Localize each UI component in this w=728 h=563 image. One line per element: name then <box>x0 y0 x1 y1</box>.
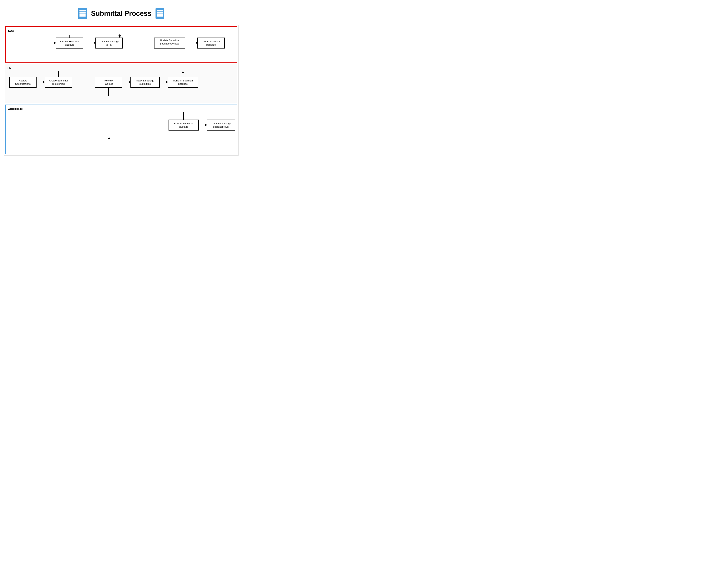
svg-text:package: package <box>206 43 216 46</box>
svg-marker-74 <box>108 137 110 139</box>
pm-lane-diagram: Review Specifications Create Submittal r… <box>8 71 235 100</box>
svg-marker-59 <box>182 71 184 73</box>
diagram-container: SUB Create Submittal package Transmit pa… <box>4 25 239 155</box>
svg-text:Create Submittal: Create Submittal <box>202 40 220 43</box>
svg-text:Transmit package: Transmit package <box>99 40 119 43</box>
page-header: Submittal Process <box>4 8 239 19</box>
svg-marker-33 <box>119 36 121 38</box>
svg-rect-25 <box>198 38 225 48</box>
svg-text:Create Submittal: Create Submittal <box>60 40 79 43</box>
architect-lane-label: ARCHITECT <box>8 107 234 110</box>
architect-lane-diagram: Review Submittal package Transmit packag… <box>8 112 235 150</box>
svg-text:package w/Notes: package w/Notes <box>160 42 179 45</box>
architect-lane: ARCHITECT Review Submittal package Trans… <box>5 104 237 154</box>
svg-rect-43 <box>95 77 122 87</box>
svg-rect-1 <box>79 10 86 11</box>
svg-marker-24 <box>196 42 198 44</box>
svg-text:Specifications: Specifications <box>15 82 31 85</box>
svg-text:Review: Review <box>104 79 113 82</box>
page-title: Submittal Process <box>91 9 151 18</box>
svg-rect-55 <box>168 77 198 87</box>
svg-text:package: package <box>65 43 74 46</box>
svg-rect-17 <box>96 38 123 48</box>
svg-text:package: package <box>179 125 188 128</box>
svg-text:Create Submittal: Create Submittal <box>49 79 68 82</box>
svg-text:submittals: submittals <box>139 82 151 85</box>
svg-marker-16 <box>94 42 96 44</box>
svg-text:register log: register log <box>52 82 65 85</box>
svg-rect-68 <box>207 120 235 130</box>
sub-lane-diagram: Create Submittal package Transmit packag… <box>8 34 235 59</box>
svg-text:Review: Review <box>19 79 27 82</box>
svg-rect-2 <box>79 12 86 13</box>
svg-rect-3 <box>79 13 86 15</box>
svg-rect-4 <box>79 15 86 17</box>
pm-lane-label: PM <box>8 66 235 69</box>
svg-marker-38 <box>43 81 45 83</box>
svg-rect-8 <box>157 13 163 15</box>
svg-rect-39 <box>45 77 72 87</box>
svg-text:Transmit package: Transmit package <box>211 122 231 125</box>
svg-text:Update Submittal: Update Submittal <box>160 39 179 42</box>
grid-list-icon-left <box>78 8 88 19</box>
svg-rect-7 <box>157 12 163 13</box>
svg-text:upon approval: upon approval <box>213 125 229 128</box>
grid-list-icon-right <box>155 8 165 19</box>
svg-text:Transmit Submittal: Transmit Submittal <box>173 79 193 82</box>
svg-rect-12 <box>56 38 83 48</box>
svg-text:Track & manage: Track & manage <box>136 79 154 82</box>
svg-text:package: package <box>178 82 188 85</box>
svg-marker-67 <box>205 124 207 126</box>
svg-rect-34 <box>9 77 36 87</box>
svg-rect-50 <box>131 77 159 87</box>
svg-rect-6 <box>157 10 163 11</box>
svg-text:to PM: to PM <box>106 43 112 46</box>
svg-rect-63 <box>169 120 199 130</box>
sub-lane: SUB Create Submittal package Transmit pa… <box>5 26 237 63</box>
svg-marker-49 <box>129 81 131 83</box>
svg-marker-54 <box>166 81 168 83</box>
svg-text:Review Submittal: Review Submittal <box>174 122 193 125</box>
svg-marker-29 <box>54 42 56 44</box>
sub-lane-label: SUB <box>8 29 234 32</box>
svg-text:Package: Package <box>104 82 114 85</box>
svg-marker-47 <box>107 87 110 89</box>
svg-rect-9 <box>157 15 163 17</box>
pm-lane: PM Review Specifications Create Submitta… <box>5 64 237 103</box>
svg-marker-62 <box>182 118 185 120</box>
